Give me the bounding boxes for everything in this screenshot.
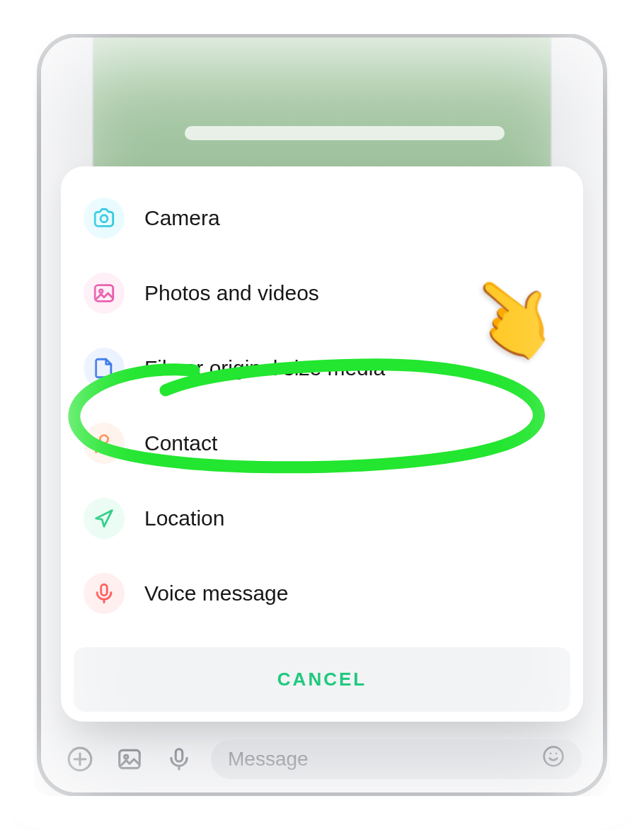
message-placeholder: Message	[228, 748, 309, 771]
attachment-sheet: Camera Photos and videos File or origina…	[61, 166, 583, 722]
item-label: File or original size media	[144, 356, 560, 380]
svg-rect-8	[176, 749, 183, 761]
item-label: Photos and videos	[144, 281, 560, 305]
emoji-picker-icon[interactable]	[542, 745, 565, 773]
item-label: Location	[144, 506, 560, 530]
svg-point-7	[125, 755, 128, 758]
voice-icon	[84, 573, 125, 614]
item-label: Contact	[144, 431, 560, 455]
svg-point-3	[100, 436, 108, 443]
contact-icon	[84, 423, 125, 464]
attach-file[interactable]: File or original size media	[61, 331, 583, 406]
attach-location[interactable]: Location	[61, 481, 583, 556]
photo-icon	[84, 273, 125, 314]
svg-point-2	[99, 290, 103, 293]
svg-point-0	[100, 215, 108, 222]
attach-add-button[interactable]	[62, 741, 98, 777]
attach-gallery-button[interactable]	[112, 741, 147, 777]
attach-photos-videos[interactable]: Photos and videos	[61, 256, 583, 331]
attach-contact[interactable]: Contact	[61, 406, 583, 481]
location-icon	[84, 498, 125, 539]
svg-point-9	[544, 747, 563, 766]
voice-record-button[interactable]	[161, 741, 197, 777]
item-label: Camera	[144, 206, 560, 230]
attach-camera[interactable]: Camera	[61, 181, 583, 256]
svg-rect-4	[101, 584, 108, 596]
item-label: Voice message	[144, 581, 560, 606]
camera-icon	[84, 198, 125, 239]
message-input[interactable]: Message	[211, 739, 582, 779]
message-composer: Message	[41, 725, 603, 792]
file-icon	[84, 348, 125, 389]
cancel-button[interactable]: CANCEL	[74, 647, 570, 712]
attach-voice-message[interactable]: Voice message	[61, 556, 583, 631]
phone-frame: Camera Photos and videos File or origina…	[37, 33, 607, 797]
